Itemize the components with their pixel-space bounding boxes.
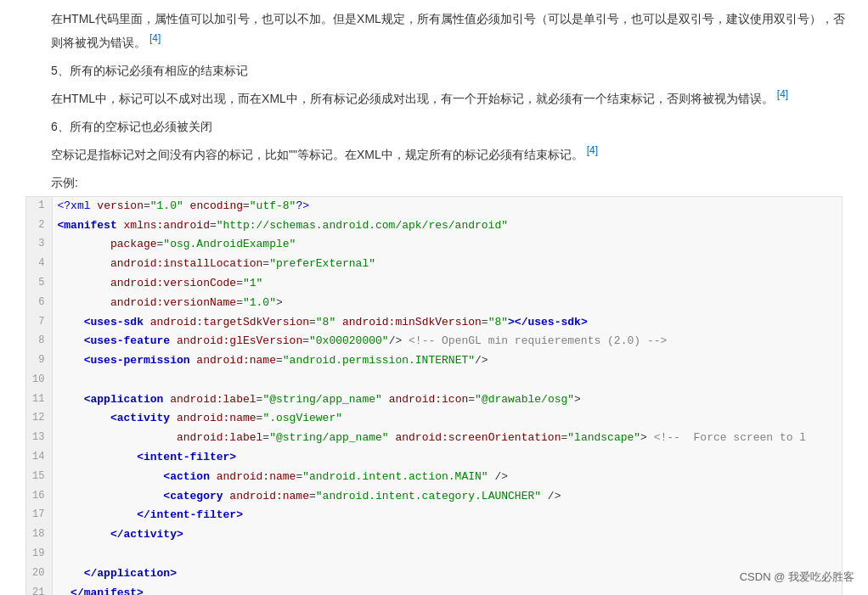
code-content-4: android:installLocation="preferExternal" — [52, 255, 842, 274]
code-line-10: 10 — [26, 371, 842, 390]
code-content-1: <?xml version="1.0" encoding="utf-8"?> — [52, 197, 842, 216]
line-num-14: 14 — [26, 448, 52, 468]
intro-attr-block: 在HTML代码里面，属性值可以加引号，也可以不加。但是XML规定，所有属性值必须… — [17, 8, 851, 53]
code-line-16: 16 <category android:name="android.inten… — [26, 487, 842, 507]
code-line-21: 21 </manifest> — [26, 584, 842, 595]
code-line-9: 9 <uses-permission android:name="android… — [26, 351, 842, 371]
example-label: 示例: — [17, 176, 851, 191]
rule5-block: 5、所有的标记必须有相应的结束标记 在HTML中，标记可以不成对出现，而在XML… — [17, 64, 851, 109]
code-line-14: 14 <intent-filter> — [26, 448, 842, 468]
code-line-15: 15 <action android:name="android.intent.… — [26, 468, 842, 487]
code-line-6: 6 android:versionName="1.0"> — [26, 294, 842, 313]
code-content-5: android:versionCode="1" — [52, 274, 842, 294]
code-content-16: <category android:name="android.intent.c… — [52, 487, 842, 507]
code-content-7: <uses-sdk android:targetSdkVersion="8" a… — [52, 313, 842, 333]
line-num-7: 7 — [26, 313, 52, 333]
rule6-title: 6、所有的空标记也必须被关闭 — [17, 120, 851, 135]
ref-link-rule6[interactable]: [4] — [587, 144, 598, 156]
code-line-7: 7 <uses-sdk android:targetSdkVersion="8"… — [26, 313, 842, 333]
line-num-10: 10 — [26, 371, 52, 390]
code-content-18: </activity> — [52, 525, 842, 545]
code-line-1: 1 <?xml version="1.0" encoding="utf-8"?> — [26, 197, 842, 216]
code-content-14: <intent-filter> — [52, 448, 842, 468]
line-num-13: 13 — [26, 429, 52, 448]
code-content-21: </manifest> — [52, 584, 842, 595]
line-num-16: 16 — [26, 487, 52, 507]
code-table: 1 <?xml version="1.0" encoding="utf-8"?>… — [26, 197, 842, 595]
code-line-5: 5 android:versionCode="1" — [26, 274, 842, 294]
code-line-11: 11 <application android:label="@string/a… — [26, 390, 842, 410]
page-container: 在HTML代码里面，属性值可以加引号，也可以不加。但是XML规定，所有属性值必须… — [0, 0, 868, 595]
code-content-15: <action android:name="android.intent.act… — [52, 468, 842, 487]
code-content-8: <uses-feature android:glEsVersion="0x000… — [52, 332, 842, 351]
ref-link-rule5[interactable]: [4] — [777, 88, 788, 100]
code-content-12: <activity android:name=".osgViewer" — [52, 409, 842, 429]
code-line-4: 4 android:installLocation="preferExterna… — [26, 255, 842, 274]
line-num-9: 9 — [26, 351, 52, 371]
code-line-13: 13 android:label="@string/app_name" andr… — [26, 429, 842, 448]
line-num-18: 18 — [26, 525, 52, 545]
line-num-4: 4 — [26, 255, 52, 274]
line-num-5: 5 — [26, 274, 52, 294]
code-content-9: <uses-permission android:name="android.p… — [52, 351, 842, 371]
watermark-username: 我爱吃必胜客 — [788, 570, 854, 583]
code-content-20: </application> — [52, 564, 842, 584]
line-num-17: 17 — [26, 506, 52, 525]
line-num-21: 21 — [26, 584, 52, 595]
line-num-20: 20 — [26, 564, 52, 584]
code-content-6: android:versionName="1.0"> — [52, 294, 842, 313]
line-num-11: 11 — [26, 390, 52, 410]
rule5-title: 5、所有的标记必须有相应的结束标记 — [17, 64, 851, 79]
code-content-2: <manifest xmlns:android="http://schemas.… — [52, 216, 842, 236]
code-line-20: 20 </application> — [26, 564, 842, 584]
rule6-body: 空标记是指标记对之间没有内容的标记，比如""等标记。在XML中，规定所有的标记必… — [17, 142, 851, 166]
ref-link-attr[interactable]: [4] — [149, 32, 161, 44]
code-line-3: 3 package="osg.AndroidExample" — [26, 235, 842, 255]
rule5-body: 在HTML中，标记可以不成对出现，而在XML中，所有标记必须成对出现，有一个开始… — [17, 86, 851, 109]
intro-attr-text: 在HTML代码里面，属性值可以加引号，也可以不加。但是XML规定，所有属性值必须… — [17, 8, 851, 53]
line-num-15: 15 — [26, 468, 52, 487]
rule6-block: 6、所有的空标记也必须被关闭 空标记是指标记对之间没有内容的标记，比如""等标记… — [17, 120, 851, 166]
code-content-3: package="osg.AndroidExample" — [52, 235, 842, 255]
code-content-11: <application android:label="@string/app_… — [52, 390, 842, 410]
code-content-19 — [52, 545, 842, 564]
code-line-12: 12 <activity android:name=".osgViewer" — [26, 409, 842, 429]
code-content-17: </intent-filter> — [52, 506, 842, 525]
line-num-12: 12 — [26, 409, 52, 429]
code-block: 1 <?xml version="1.0" encoding="utf-8"?>… — [25, 196, 843, 595]
code-content-10 — [52, 371, 842, 390]
line-num-3: 3 — [26, 235, 52, 255]
code-content-13: android:label="@string/app_name" android… — [52, 429, 842, 448]
watermark: CSDN @ 我爱吃必胜客 — [740, 570, 854, 585]
code-line-8: 8 <uses-feature android:glEsVersion="0x0… — [26, 332, 842, 351]
watermark-prefix: CSDN @ — [740, 570, 786, 583]
line-num-19: 19 — [26, 545, 52, 564]
line-num-1: 1 — [26, 197, 52, 216]
code-line-2: 2 <manifest xmlns:android="http://schema… — [26, 216, 842, 236]
code-line-19: 19 — [26, 545, 842, 564]
line-num-6: 6 — [26, 294, 52, 313]
code-line-18: 18 </activity> — [26, 525, 842, 545]
code-line-17: 17 </intent-filter> — [26, 506, 842, 525]
line-num-2: 2 — [26, 216, 52, 236]
line-num-8: 8 — [26, 332, 52, 351]
